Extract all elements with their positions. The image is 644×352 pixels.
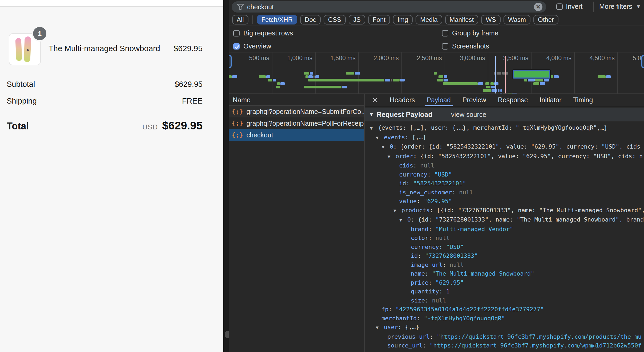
filter-chip-fetch-xhr[interactable]: Fetch/XHR <box>257 15 297 24</box>
timeline-request-bar <box>554 75 559 78</box>
filter-chip-other[interactable]: Other <box>533 15 558 24</box>
checkbox[interactable] <box>233 30 240 36</box>
filter-chip-font[interactable]: Font <box>368 15 390 24</box>
option-overview[interactable]: Overview <box>233 42 271 50</box>
timeline-request-bar <box>280 82 285 85</box>
payload-tree-line[interactable]: ▼order: {id: "5825432322101", value: "62… <box>370 152 644 161</box>
timeline-request-bar <box>444 75 447 78</box>
network-request-row[interactable]: {;}checkout <box>229 129 364 141</box>
name-column-header[interactable]: Name <box>229 94 364 106</box>
timeline-request-bar <box>443 82 478 85</box>
payload-tree-line: image_url: null <box>370 260 644 269</box>
json-key: source_url <box>387 342 422 349</box>
pink-event-marker-line <box>505 56 506 94</box>
option-big-request-rows[interactable]: Big request rows <box>233 29 293 37</box>
timeline-request-bar <box>266 75 270 78</box>
tab-response[interactable]: Response <box>492 94 534 107</box>
option-screenshots[interactable]: Screenshots <box>442 42 489 50</box>
total-row: Total USD $629.95 <box>7 119 203 132</box>
total-currency: USD <box>142 123 158 131</box>
timeline-request-bar <box>273 79 276 81</box>
payload-tree-line[interactable]: ▼products: [{id: "7327628001333", name: … <box>370 206 644 215</box>
json-value: null <box>450 261 464 268</box>
clear-filter-icon[interactable]: ✕ <box>534 3 542 11</box>
payload-tree-line[interactable]: ▼0: {id: "7327628001333", name: "The Mul… <box>370 215 644 225</box>
checkbox[interactable] <box>442 43 448 50</box>
filter-chip-media[interactable]: Media <box>416 15 442 24</box>
checkbox[interactable] <box>442 30 448 36</box>
shipping-value: FREE <box>182 97 203 105</box>
expand-arrow-icon[interactable]: ▼ <box>382 143 390 152</box>
more-filters-button[interactable]: More filters ▼ <box>599 3 641 10</box>
filter-chip-all[interactable]: All <box>232 15 248 24</box>
timeline-request-bar <box>342 86 347 88</box>
close-icon[interactable]: ✕ <box>371 96 379 105</box>
timeline-request-bar <box>434 72 437 75</box>
json-key: size <box>411 297 425 304</box>
key-value-separator: : <box>425 297 432 304</box>
tab-initiator[interactable]: Initiator <box>534 94 567 107</box>
expand-arrow-icon[interactable]: ▼ <box>393 206 401 215</box>
json-key: value <box>399 198 417 204</box>
tab-payload[interactable]: Payload <box>421 94 457 107</box>
tab-headers[interactable]: Headers <box>384 94 421 107</box>
filter-chip-img[interactable]: Img <box>393 15 413 24</box>
product-price: $629.95 <box>174 44 203 53</box>
filter-chip-doc[interactable]: Doc <box>300 15 321 24</box>
json-key: quantity <box>411 288 439 295</box>
json-value: "4225963345a0104a1d4d22ff2220ffd4e377927… <box>396 306 544 313</box>
filter-chip-css[interactable]: CSS <box>324 15 346 24</box>
more-filters-label: More filters <box>599 3 632 10</box>
json-key: 0 <box>407 216 411 223</box>
timeline-request-bar <box>308 79 384 81</box>
overview-selection-handle[interactable] <box>229 55 232 68</box>
json-key: brand <box>411 226 428 232</box>
timeline-tick-label: 4,000 ms <box>526 55 571 62</box>
filter-input[interactable]: checkout <box>247 3 534 11</box>
timeline-request-bar <box>486 86 490 88</box>
request-payload-title: Request Payload <box>377 110 433 119</box>
json-value: null <box>432 297 446 304</box>
payload-tree-line[interactable]: ▼events: [,…] <box>370 133 644 142</box>
fetch-xhr-icon: {;} <box>232 120 243 127</box>
overview-selection-handle[interactable] <box>641 55 644 68</box>
json-value: [{id: "7327628001333", name: "The Multi-… <box>437 207 644 214</box>
timeline-request-bar <box>346 72 354 75</box>
filter-chip-ws[interactable]: WS <box>481 15 501 24</box>
panel-divider[interactable] <box>223 0 229 352</box>
option-group-by-frame[interactable]: Group by frame <box>442 29 498 37</box>
shipping-label: Shipping <box>7 97 37 105</box>
expand-arrow-icon[interactable]: ▼ <box>370 124 378 133</box>
filter-chip-js[interactable]: JS <box>349 15 365 24</box>
tab-timing[interactable]: Timing <box>567 94 599 107</box>
payload-tree-line: name: "The Multi-managed Snowboard" <box>370 269 644 278</box>
network-overview-timeline[interactable]: 500 ms1,000 ms1,500 ms2,000 ms2,500 ms3,… <box>229 52 644 94</box>
expand-arrow-icon[interactable]: ▼ <box>388 152 396 161</box>
filter-input-wrap[interactable]: checkout ✕ <box>232 1 546 13</box>
snowboard-image <box>24 36 31 62</box>
json-value: "https://quickstart-96fc3bf7.myshopify.c… <box>430 342 642 349</box>
json-key: id <box>411 252 418 259</box>
network-request-row[interactable]: {;}graphql?operationName=PollForReceipt <box>229 117 364 129</box>
timeline-request-bar <box>535 79 543 81</box>
json-key: name <box>411 270 425 277</box>
json-value: {id: "5825432322101", value: "629.95", c… <box>420 153 643 159</box>
tab-preview[interactable]: Preview <box>457 94 492 107</box>
key-value-separator: : <box>428 226 436 232</box>
view-source-link[interactable]: view source <box>451 111 486 118</box>
payload-tree-line[interactable]: ▼{events: [,…], user: {,…}, merchantId: … <box>370 123 644 133</box>
key-value-separator: : <box>418 252 425 259</box>
expand-arrow-icon[interactable]: ▼ <box>399 216 407 225</box>
network-request-row[interactable]: {;}graphql?operationName=SubmitForCo... <box>229 106 364 117</box>
collapse-arrow-icon[interactable]: ▼ <box>369 112 374 117</box>
checkbox[interactable] <box>233 43 240 50</box>
expand-arrow-icon[interactable]: ▼ <box>376 133 384 142</box>
payload-tree-line[interactable]: ▼user: {,…} <box>370 323 644 332</box>
payload-tree-line[interactable]: ▼0: {order: {id: "5825432322101", value:… <box>370 142 644 152</box>
expand-arrow-icon[interactable]: ▼ <box>376 323 384 332</box>
filter-chip-manifest[interactable]: Manifest <box>445 15 478 24</box>
json-key: currency <box>411 244 439 250</box>
key-value-separator: : <box>427 171 434 178</box>
filter-chip-wasm[interactable]: Wasm <box>504 15 530 24</box>
invert-checkbox[interactable] <box>556 3 563 10</box>
